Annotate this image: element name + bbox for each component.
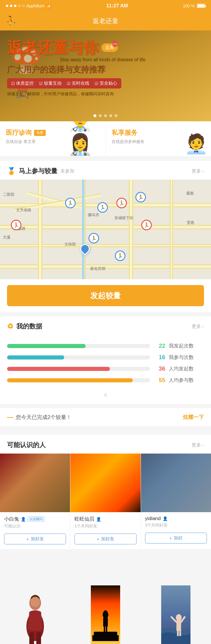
collapse-indicator[interactable]: ∧ bbox=[0, 388, 211, 398]
person-photo-2 bbox=[70, 454, 140, 512]
person-sub-2: 1个共同好友 bbox=[74, 524, 136, 529]
map-pin-8[interactable]: 🏃 bbox=[11, 220, 21, 230]
svg-text:⛹: ⛹ bbox=[6, 16, 16, 25]
chevron-right-icon: › bbox=[202, 168, 204, 174]
time-display: 11:27 AM bbox=[106, 3, 128, 9]
add-icon-1: + bbox=[26, 536, 29, 541]
check-icon-4: ☑ bbox=[95, 81, 98, 86]
person-info-2: 旺旺仙贝 👤 1个共同好友 bbox=[70, 512, 140, 531]
road-v4 bbox=[170, 180, 173, 279]
signal-dot-2 bbox=[10, 5, 12, 7]
battery-icon bbox=[197, 4, 205, 8]
banner-content: 返老还童与你 24S 远离 Stay away from all kinds o… bbox=[0, 30, 211, 121]
map-label-hospital: 二医院 bbox=[3, 192, 14, 197]
bar-label-1: 我发起次数 bbox=[169, 343, 204, 349]
bar-fill-1 bbox=[7, 344, 86, 348]
add-friend-btn-1[interactable]: + 加好友 bbox=[4, 534, 66, 544]
signal-dot-1 bbox=[6, 5, 8, 7]
nav-bar: ⛹ 返老还童 bbox=[0, 12, 211, 30]
map-pin-5[interactable]: 🏃 bbox=[141, 220, 152, 230]
dot-4[interactable] bbox=[109, 114, 112, 117]
person-name-2: 旺旺仙贝 bbox=[74, 516, 94, 522]
banner-title-row: 返老还童与你 24S 远离 bbox=[7, 39, 204, 56]
signal-dot-5 bbox=[22, 5, 25, 7]
person-photo-1 bbox=[0, 454, 70, 512]
dot-2[interactable] bbox=[99, 114, 102, 117]
private-title: 私享服务 bbox=[112, 128, 137, 137]
map-label-sijima: 驷马市 bbox=[88, 212, 99, 218]
services-row: 医疗诊询 免费 在线自诊 查文章 👨‍⚕️👩‍⚕️ 私享服务 在线提供多种服务 … bbox=[0, 121, 211, 157]
wifi-icon: 📶 bbox=[46, 4, 51, 8]
person-card-1: 小白兔 👤 认证顾问 可能认识 + 加好友 bbox=[0, 454, 70, 549]
map-pin-6[interactable]: 🏃 bbox=[89, 233, 99, 243]
bar-row-1: 22 我发起次数 bbox=[7, 343, 204, 349]
add-icon-2: + bbox=[97, 536, 99, 541]
map-container[interactable]: 二医院 太升南路 德盛路 驷马市 东城根下街 文殊院 大厦 通惠 宽巷 新化宫馆… bbox=[0, 180, 211, 279]
check-icon-1: ☑ bbox=[11, 81, 15, 86]
bar-value-2: 16 bbox=[154, 354, 165, 361]
user-location-pin bbox=[79, 244, 91, 259]
service-private[interactable]: 私享服务 在线提供多种服务 🧑‍💼 bbox=[106, 121, 211, 156]
map-pin-1[interactable]: 🏃 bbox=[135, 192, 146, 202]
service-medical[interactable]: 医疗诊询 免费 在线自诊 查文章 👨‍⚕️👩‍⚕️ bbox=[0, 121, 106, 156]
status-bar: Applidium 📶 11:27 AM 100 % bbox=[0, 0, 211, 12]
bar-label-3: 人均发起数 bbox=[169, 365, 204, 372]
person-photo-3 bbox=[141, 454, 211, 512]
start-compare-button[interactable]: 发起较量 bbox=[7, 285, 204, 306]
carrier-label: Applidium bbox=[26, 4, 44, 8]
add-friend-btn-2[interactable]: + 加好友 bbox=[74, 534, 136, 544]
map-pin-4[interactable]: 🏃 bbox=[65, 198, 76, 208]
map-pin-2[interactable]: 🏃 bbox=[97, 202, 108, 213]
dot-3[interactable] bbox=[104, 114, 107, 117]
people-more-link[interactable]: 更多 › bbox=[192, 442, 204, 448]
data-chevron-icon: › bbox=[202, 323, 204, 330]
compare-more-link[interactable]: 更多 › bbox=[192, 168, 204, 174]
bar-label-2: 我参与次数 bbox=[169, 354, 204, 361]
banner-sub-text: Stay away from all kinds of disease of l… bbox=[60, 57, 204, 62]
medical-badge: 免费 bbox=[34, 130, 46, 136]
person-info-1: 小白兔 👤 认证顾问 可能认识 bbox=[0, 512, 70, 531]
banner-checkboxes: ☑ 体质监控 ☑ 较量互动 ☑ 实时在线 ☑ 安全贴心 bbox=[7, 78, 121, 88]
badge-sup: 24S bbox=[112, 41, 118, 47]
dot-1[interactable] bbox=[93, 114, 96, 117]
person-sub-3: 3个共同好友 bbox=[145, 523, 207, 528]
bar-row-2: 16 我参与次数 bbox=[7, 354, 204, 361]
people-section-header: 可能认识的人 更多 › bbox=[0, 435, 211, 454]
completion-dash: — bbox=[7, 413, 13, 421]
map-label-dongcheng: 东城根下街 bbox=[114, 215, 133, 221]
person-icon-3: 👤 bbox=[163, 516, 168, 521]
banner-main-title: 返老还童与你 bbox=[7, 39, 98, 56]
show-off-button[interactable]: 炫耀一下 bbox=[183, 414, 204, 421]
people-chevron-icon: › bbox=[202, 442, 204, 448]
bar-label-4: 人均参与数 bbox=[169, 377, 204, 384]
bar-value-3: 36 bbox=[154, 365, 165, 372]
bar-track-4 bbox=[7, 378, 150, 382]
banner-badge: 24S 远离 bbox=[101, 43, 118, 52]
map-label-dasha: 大厦 bbox=[3, 235, 11, 240]
road-h2 bbox=[0, 225, 211, 229]
map-label-kuan: 宽巷 bbox=[187, 220, 194, 225]
status-left: Applidium 📶 bbox=[6, 4, 51, 8]
battery-percent: 100 % bbox=[183, 4, 195, 8]
name-row-3: yidiand 👤 bbox=[145, 516, 207, 522]
bar-row-3: 36 人均发起数 bbox=[7, 365, 204, 372]
bar-fill-4 bbox=[7, 378, 133, 382]
data-more-link[interactable]: 更多 › bbox=[192, 323, 204, 330]
signal-dot-4 bbox=[18, 5, 21, 7]
people-title: 可能认识的人 bbox=[7, 441, 46, 449]
private-icon: 🧑‍💼 bbox=[184, 133, 208, 155]
person-info-3: yidiand 👤 3个共同好友 bbox=[141, 512, 211, 530]
map-pin-3[interactable]: 🏃 bbox=[116, 198, 127, 208]
compare-title: 🏅 马上参与较量 未参加 bbox=[7, 167, 74, 176]
map-pin-7[interactable]: 🏃 bbox=[115, 251, 125, 261]
add-icon-3: + bbox=[169, 536, 172, 541]
person-icon-1: 👤 bbox=[21, 517, 26, 522]
completion-bar: — 您今天已完成2个较量！ 炫耀一下 bbox=[0, 408, 211, 427]
name-row-2: 旺旺仙贝 👤 bbox=[74, 516, 136, 522]
banner-side-text: Stay away from all kinds of disease of l… bbox=[60, 57, 204, 62]
completion-text: — 您今天已完成2个较量！ bbox=[7, 413, 72, 421]
compare-section-header: 🏅 马上参与较量 未参加 更多 › bbox=[0, 161, 211, 180]
bar-fill-2 bbox=[7, 355, 64, 360]
dot-5[interactable] bbox=[115, 114, 118, 117]
add-friend-btn-3[interactable]: + 加好 bbox=[145, 533, 207, 544]
